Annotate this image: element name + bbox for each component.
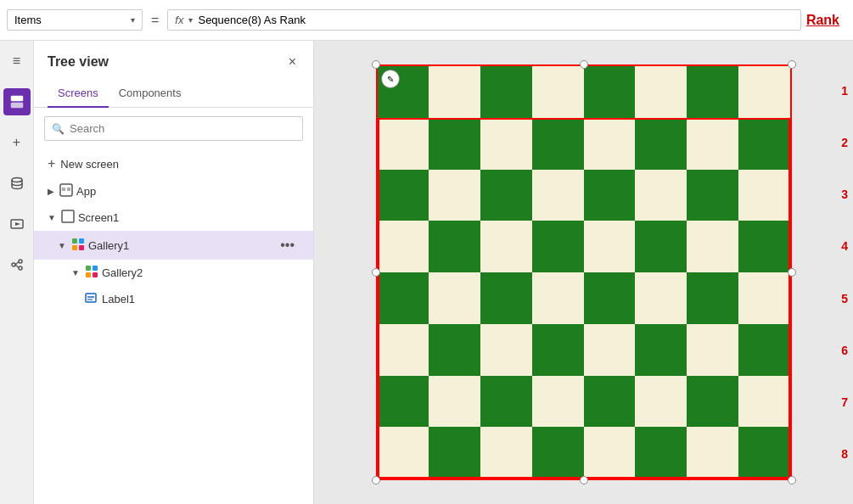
main-area: ≡ + — [0, 41, 853, 504]
chess-cell — [480, 272, 532, 324]
screen-svg-icon — [61, 210, 75, 223]
chess-cell — [635, 376, 687, 428]
sidebar-item-media[interactable] — [3, 210, 31, 238]
new-screen-label: New screen — [60, 158, 119, 171]
svg-rect-17 — [79, 245, 84, 250]
formula-bar[interactable]: fx ▾ Sequence(8) As Rank — [167, 9, 801, 31]
chess-cell — [635, 118, 687, 170]
tree-items: ▶ App ▼ Screen1 — [34, 178, 313, 504]
sidebar-item-tools[interactable] — [3, 251, 31, 278]
handle-top-left[interactable] — [372, 60, 380, 69]
handle-right[interactable] — [788, 268, 796, 277]
rank-8: 8 — [841, 428, 848, 480]
tree-item-gallery1[interactable]: ▼ Gallery1 ••• — [34, 231, 313, 260]
sidebar-item-data[interactable] — [3, 170, 31, 197]
chess-cell — [480, 118, 532, 170]
handle-top-right[interactable] — [788, 60, 796, 69]
tree-item-screen1[interactable]: ▼ Screen1 — [34, 204, 313, 231]
handle-bottom[interactable] — [580, 476, 588, 484]
chess-cell — [738, 427, 790, 479]
chess-cell — [687, 324, 738, 376]
rank-1: 1 — [841, 64, 848, 116]
svg-point-5 — [12, 263, 15, 266]
gallery2-svg-icon — [85, 265, 98, 278]
chess-cell — [635, 170, 687, 221]
sidebar-item-add[interactable]: + — [3, 129, 31, 156]
chess-cell — [429, 376, 480, 428]
gallery2-label: Gallery2 — [102, 266, 300, 279]
chess-cell — [429, 324, 480, 376]
chess-cell — [480, 376, 532, 428]
svg-rect-1 — [11, 103, 23, 108]
tree-header: Tree view × — [34, 41, 313, 73]
fx-label: fx — [175, 14, 183, 26]
chess-cell — [532, 376, 584, 428]
items-dropdown[interactable]: Items ▾ — [7, 9, 143, 31]
gallery1-icon — [71, 238, 85, 254]
chess-cell — [584, 221, 636, 272]
edit-handle[interactable]: ✎ — [381, 70, 400, 88]
rank-top-label: Rank — [806, 13, 839, 28]
checkerboard-grid — [378, 66, 790, 479]
fx-chevron-icon: ▾ — [188, 15, 193, 25]
checkerboard-wrapper: ✎ — [376, 64, 792, 480]
chess-cell — [532, 66, 584, 118]
svg-point-7 — [19, 266, 22, 270]
handle-bottom-left[interactable] — [372, 476, 380, 484]
handle-bottom-right[interactable] — [788, 476, 796, 484]
svg-line-8 — [15, 262, 19, 266]
svg-marker-4 — [15, 222, 20, 226]
chess-cell — [429, 66, 480, 118]
svg-point-2 — [12, 178, 22, 182]
tree-item-label1[interactable]: Label1 — [34, 286, 313, 312]
chess-cell — [480, 170, 532, 221]
chess-cell — [687, 427, 738, 479]
chess-cell — [480, 66, 532, 118]
chess-cell — [378, 118, 429, 170]
chess-cell — [429, 118, 480, 170]
chess-cell — [378, 170, 429, 221]
chess-cell — [687, 376, 738, 428]
tab-components[interactable]: Components — [109, 80, 192, 108]
search-box[interactable]: 🔍 — [44, 116, 303, 141]
app-icon — [59, 183, 73, 199]
chess-cell — [687, 118, 738, 170]
chess-cell — [378, 272, 429, 324]
chess-cell — [687, 221, 738, 272]
chevron-down-icon: ▼ — [71, 268, 80, 277]
chess-cell — [635, 324, 687, 376]
plus-icon: + — [48, 156, 55, 171]
search-icon: 🔍 — [52, 123, 65, 135]
search-input[interactable] — [70, 122, 295, 135]
tree-item-app[interactable]: ▶ App — [34, 178, 313, 204]
chess-cell — [378, 376, 429, 428]
rank-4: 4 — [841, 221, 848, 272]
chess-cell — [584, 118, 636, 170]
chess-cell — [480, 221, 532, 272]
svg-line-9 — [15, 265, 19, 268]
chess-cell — [738, 221, 790, 272]
tree-item-gallery2[interactable]: ▼ Gallery2 — [34, 260, 313, 286]
gallery1-label: Gallery1 — [88, 239, 272, 252]
formula-text: Sequence(8) As Rank — [198, 14, 305, 26]
new-screen-button[interactable]: + New screen — [34, 149, 313, 178]
chess-cell — [687, 66, 738, 118]
chess-cell — [738, 376, 790, 428]
items-dropdown-label: Items — [14, 14, 127, 26]
chess-cell — [687, 272, 738, 324]
close-button[interactable]: × — [285, 51, 300, 73]
rank-7: 7 — [841, 377, 848, 428]
chess-cell — [429, 427, 480, 479]
chess-cell — [480, 324, 532, 376]
chess-cell — [532, 427, 584, 479]
checkerboard-outer[interactable]: ✎ — [376, 64, 792, 480]
chess-cell — [532, 118, 584, 170]
chevron-down-icon: ▾ — [131, 15, 135, 25]
more-options-icon[interactable]: ••• — [275, 236, 300, 255]
handle-top[interactable] — [580, 60, 588, 69]
sidebar-item-layers[interactable] — [3, 88, 31, 115]
handle-left[interactable] — [372, 268, 380, 277]
sidebar-item-menu[interactable]: ≡ — [3, 48, 31, 75]
app-label: App — [76, 185, 300, 198]
tab-screens[interactable]: Screens — [48, 80, 109, 108]
